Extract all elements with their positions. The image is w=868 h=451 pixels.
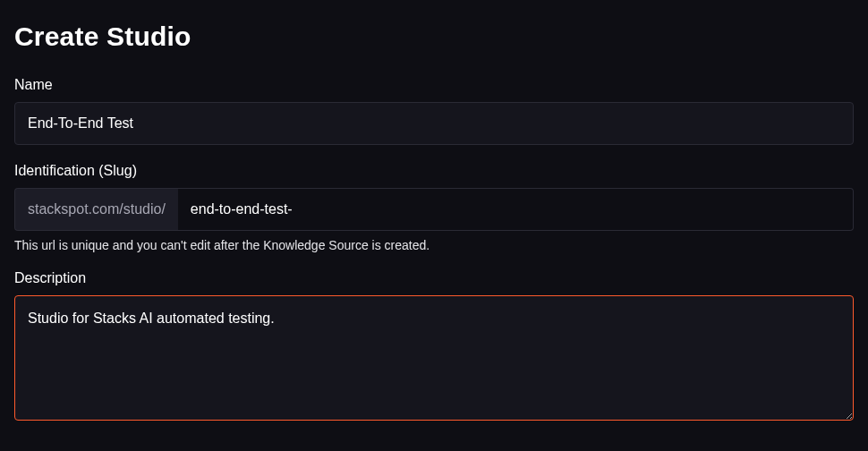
description-input[interactable] (14, 295, 854, 421)
slug-input[interactable] (178, 188, 854, 231)
name-group: Name (14, 77, 854, 145)
slug-row: stackspot.com/studio/ (14, 188, 854, 231)
description-label: Description (14, 270, 854, 286)
slug-helper-text: This url is unique and you can't edit af… (14, 238, 854, 252)
name-input[interactable] (14, 102, 854, 145)
page-title: Create Studio (14, 21, 854, 52)
slug-prefix: stackspot.com/studio/ (14, 188, 178, 231)
slug-label: Identification (Slug) (14, 163, 854, 179)
slug-group: Identification (Slug) stackspot.com/stud… (14, 163, 854, 252)
description-group: Description (14, 270, 854, 424)
name-label: Name (14, 77, 854, 93)
